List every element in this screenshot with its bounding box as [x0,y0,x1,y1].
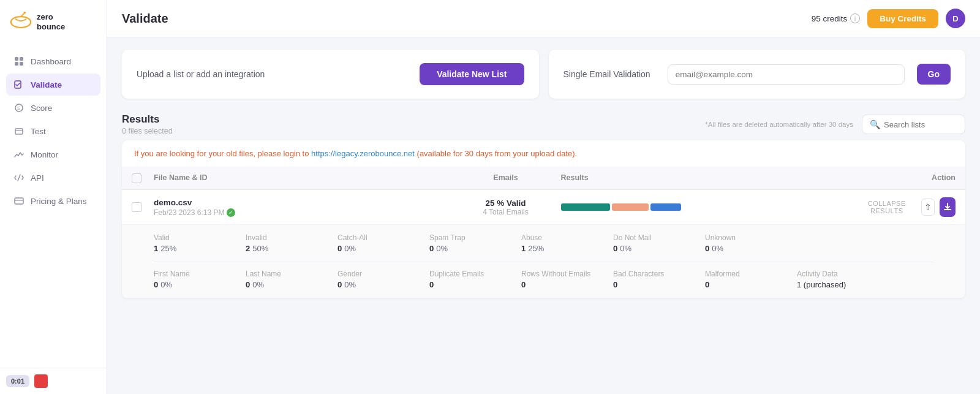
emails-col: 25 % Valid 4 Total Emails [451,199,561,216]
svg-text:S: S [17,106,20,110]
svg-rect-5 [15,62,18,66]
sidebar-item-dashboard[interactable]: Dashboard [6,50,100,72]
sidebar-item-monitor[interactable]: Monitor [6,143,100,165]
svg-point-2 [24,12,26,14]
single-email-card: Single Email Validation Go [549,50,966,99]
extra-activity-data: Activity Data 1 (purchased) [797,270,870,289]
sidebar-item-validate[interactable]: Validate [6,74,100,96]
score-icon: S [13,102,24,113]
extra-malformed: Malformed 0 [705,270,778,289]
color-indicator [34,374,48,388]
content-area: Upload a list or add an integration Vali… [107,37,980,394]
single-email-label: Single Email Validation [564,69,650,79]
col-action: Action [858,173,956,183]
topbar-right: 95 credits i Buy Credits D [812,9,965,28]
svg-rect-6 [20,62,23,66]
extra-gender: Gender 0 0% [337,270,411,289]
single-email-input-group [668,64,905,85]
col-file: File Name & ID [154,173,451,183]
sidebar-item-score[interactable]: S Score [6,97,100,119]
upload-card: Upload a list or add an integration Vali… [122,50,539,99]
select-all-checkbox[interactable] [132,173,141,183]
api-icon [13,172,24,183]
extra-first-name: First Name 0 0% [154,270,227,289]
topbar: Validate 95 credits i Buy Credits D [107,0,980,37]
svg-rect-3 [15,57,18,61]
sidebar-item-label: API [31,173,44,183]
filename: demo.csv [154,198,451,207]
results-actions: *All files are deleted automatically aft… [705,115,965,134]
results-header: Results 0 files selected *All files are … [122,113,965,135]
timer-badge: 0:01 [6,375,29,387]
sidebar-item-label: Pricing & Plans [31,197,87,206]
sidebar-item-label: Monitor [31,150,58,159]
legacy-link[interactable]: https://legacy.zerobounce.net [311,149,415,158]
col-results: Results [561,173,858,183]
detail-extra: First Name 0 0% Last Name 0 0% [154,262,933,289]
sidebar-item-test[interactable]: Test [6,120,100,142]
logo: zero bounce [0,0,107,45]
delete-note: *All files are deleted automatically aft… [705,121,853,128]
results-table: If you are looking for your old files, p… [122,140,965,298]
buy-credits-button[interactable]: Buy Credits [867,9,938,28]
user-avatar[interactable]: D [946,9,965,28]
stat-unknown: Unknown 0 0% [705,233,778,253]
monitor-icon [13,149,24,160]
stat-do-not-mail: Do Not Mail 0 0% [613,233,687,253]
collapse-results-button[interactable]: COLLAPSE RESULTS [858,200,916,214]
info-icon[interactable]: i [850,13,860,23]
sidebar-nav: Dashboard Validate S Score [0,45,107,368]
email-input[interactable] [676,70,897,79]
sidebar-bottom: 0:01 [0,368,107,394]
progress-other [650,203,681,211]
stat-catch-all: Catch-All 0 0% [337,233,411,253]
validate-row: Upload a list or add an integration Vali… [122,50,965,99]
credits-count: 95 credits [812,14,848,23]
svg-point-0 [11,17,31,28]
download-button[interactable] [940,197,956,217]
svg-line-12 [18,175,20,181]
progress-bar [561,203,858,211]
emails-total: 4 Total Emails [451,208,561,216]
search-box: 🔍 [862,115,965,134]
validate-new-list-button[interactable]: Validate New List [420,63,524,85]
sidebar-item-label: Validate [31,80,62,89]
extra-rows-without-emails: Rows Without Emails 0 [521,270,595,289]
credits-info: 95 credits i [812,13,861,23]
emails-valid: 25 % Valid [451,199,561,208]
logo-line2: bounce [37,22,65,32]
row-checkbox[interactable] [132,202,141,212]
results-title-group: Results 0 files selected [122,113,173,135]
chevron-up-button[interactable]: ⇧ [921,199,935,216]
files-selected: 0 files selected [122,127,173,135]
verified-icon: ✓ [227,208,235,217]
detail-stats: Valid 1 25% Invalid 2 50% [154,233,933,253]
go-button[interactable]: Go [917,64,951,85]
sidebar-item-api[interactable]: API [6,167,100,189]
extra-duplicate-emails: Duplicate Emails 0 [429,270,503,289]
sidebar-item-pricing[interactable]: Pricing & Plans [6,190,100,212]
sidebar: zero bounce Dashboard [0,0,107,394]
search-icon: 🔍 [870,119,880,129]
file-info: demo.csv Feb/23 2023 6:13 PM ✓ [154,198,451,217]
extra-bad-characters: Bad Characters 0 [613,270,687,289]
results-section: Results 0 files selected *All files are … [122,113,965,298]
sidebar-item-label: Test [31,127,46,136]
search-input[interactable] [884,120,957,129]
progress-valid [561,203,610,211]
pricing-icon [13,195,24,206]
stat-invalid: Invalid 2 50% [246,233,319,253]
main-content: Validate 95 credits i Buy Credits D Uplo… [107,0,980,394]
validate-icon [13,79,24,90]
extra-last-name: Last Name 0 0% [246,270,319,289]
page-title: Validate [122,12,168,26]
upload-text: Upload a list or add an integration [137,69,265,79]
logo-line1: zero [37,12,65,22]
actions-col: COLLAPSE RESULTS ⇧ [858,197,956,217]
file-row-container: demo.csv Feb/23 2023 6:13 PM ✓ 25 % Vali… [122,190,965,298]
stat-spam-trap: Spam Trap 0 0% [429,233,503,253]
results-title: Results [122,113,173,126]
svg-rect-10 [15,129,23,134]
svg-rect-4 [20,57,23,61]
svg-rect-13 [15,198,23,204]
